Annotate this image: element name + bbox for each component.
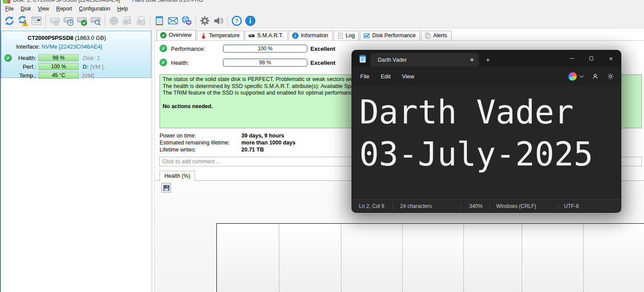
editor-line-2: 03-July-2025 bbox=[359, 133, 621, 175]
health-check-icon: ✓ bbox=[160, 59, 167, 66]
menu-disk[interactable]: Disk bbox=[17, 5, 34, 13]
information-icon[interactable] bbox=[244, 14, 257, 27]
performance-chart-icon bbox=[363, 32, 370, 39]
disk-temp-row: Temp.: 45 °C [VM] bbox=[1, 72, 151, 80]
notepad-statusbar: Ln 2, Col 9 24 characters 340% Windows (… bbox=[352, 199, 621, 212]
disk-perf-row: Perf.: 100 % D: [VM ], bbox=[1, 63, 151, 71]
new-tab-button[interactable]: + bbox=[479, 53, 497, 67]
chart-gridline bbox=[402, 224, 403, 292]
toolbar-separator bbox=[150, 15, 150, 26]
tab-temperature[interactable]: Temperature bbox=[197, 31, 244, 40]
svg-text:?: ? bbox=[235, 18, 238, 24]
disk-number-note: Disk: 1 bbox=[83, 55, 100, 61]
sidebar-splitter[interactable] bbox=[152, 29, 152, 292]
alerts-pages-icon bbox=[425, 32, 431, 39]
disk-disabled-icon[interactable] bbox=[48, 14, 62, 27]
disk-remove-disabled-icon[interactable] bbox=[121, 14, 134, 27]
chart-gridline bbox=[341, 224, 341, 292]
smart-drive-icon bbox=[248, 32, 255, 39]
save-chart-button[interactable] bbox=[161, 183, 171, 193]
zoom-level[interactable]: 340% bbox=[461, 203, 490, 210]
temp-label: Temp.: bbox=[19, 72, 36, 79]
tab-smart[interactable]: S.M.A.R.T. bbox=[245, 31, 288, 40]
tab-information[interactable]: Information bbox=[289, 31, 333, 40]
refresh-icon[interactable] bbox=[3, 14, 16, 27]
tab-alerts[interactable]: Alerts bbox=[421, 31, 452, 40]
unsaved-changes-dot bbox=[470, 58, 473, 61]
tab-log[interactable]: Log bbox=[334, 31, 359, 40]
disk-clock-icon[interactable] bbox=[62, 14, 75, 27]
settings-gear-icon[interactable] bbox=[198, 14, 212, 27]
hds-app-icon bbox=[3, 0, 10, 4]
perf-mini-bar: 100 % bbox=[38, 63, 79, 70]
notepad-tab-darth-vader[interactable]: Darth Vader bbox=[370, 53, 479, 67]
notepad-menu-file[interactable]: File bbox=[355, 70, 375, 82]
menu-report[interactable]: Report bbox=[53, 5, 76, 13]
mail-icon[interactable] bbox=[166, 14, 180, 27]
chart-gridline bbox=[279, 224, 279, 292]
notepad-menubar: File Edit View bbox=[352, 67, 621, 86]
menu-view[interactable]: View bbox=[35, 5, 53, 13]
info-circle-icon bbox=[292, 32, 299, 39]
notepad-menu-view[interactable]: View bbox=[396, 70, 420, 82]
desktop-screen: Disk: 1, CT2000P5PSSD8 [22423C046AE4]Har… bbox=[0, 0, 644, 292]
lifetime-writes-row: Lifetime writes:20.71 TB bbox=[160, 146, 296, 153]
network-sphere-disabled-icon[interactable] bbox=[107, 14, 121, 27]
disk-card-ct2000[interactable]: CT2000P5PSSD8 (1863.0 GB) Interface: NVM… bbox=[1, 31, 151, 78]
power-on-time-row: Power on time:39 days, 9 hours bbox=[160, 132, 296, 139]
network-pc-icon[interactable] bbox=[180, 14, 193, 27]
window-controls: × bbox=[562, 50, 621, 67]
sound-icon[interactable] bbox=[212, 14, 225, 27]
hds-titlebar[interactable]: Disk: 1, CT2000P5PSSD8 [22423C046AE4]Har… bbox=[1, 0, 644, 4]
refresh-warning-icon[interactable] bbox=[16, 14, 30, 27]
account-icon[interactable] bbox=[591, 72, 599, 81]
remaining-lifetime-row: Estimated remaining lifetime:more than 1… bbox=[160, 139, 296, 146]
notepad-text-area[interactable]: Darth Vader 03-July-2025 bbox=[352, 86, 621, 199]
disk-card-title: CT2000P5PSSD8 (1863.0 GB) bbox=[28, 35, 106, 41]
chevron-down-icon bbox=[580, 73, 584, 77]
line-ending-indicator[interactable]: Windows (CRLF) bbox=[490, 203, 559, 210]
cursor-position: Ln 2, Col 9 bbox=[352, 203, 393, 210]
drive-letter-note: D: [VM ], bbox=[83, 63, 105, 70]
chart-gridline bbox=[463, 224, 464, 292]
toolbar-separator bbox=[227, 15, 228, 26]
notepad-window: Darth Vader + × File Edit View Darth Vad… bbox=[352, 50, 621, 212]
overview-check-icon bbox=[160, 32, 167, 39]
health-rating: Excellent bbox=[310, 60, 335, 66]
menu-file[interactable]: File bbox=[2, 5, 17, 13]
volume-note: [VM] bbox=[83, 72, 94, 79]
character-count: 24 characters bbox=[393, 203, 461, 210]
minimize-button[interactable] bbox=[562, 50, 581, 67]
notepad-toolbar-right bbox=[568, 72, 615, 81]
health-chart-tab[interactable]: Health (%) bbox=[160, 171, 195, 181]
performance-label: Performance: bbox=[171, 46, 205, 52]
health-history-chart bbox=[216, 223, 644, 292]
report-window-icon[interactable] bbox=[30, 14, 43, 27]
tab-overview[interactable]: Overview bbox=[157, 30, 196, 40]
disk-insert-disabled-icon[interactable] bbox=[134, 14, 148, 27]
disk-accept-icon[interactable] bbox=[75, 14, 89, 27]
menu-help[interactable]: Help bbox=[114, 5, 132, 13]
health-gauge-label: Health: bbox=[171, 60, 189, 66]
disk-card-interface: Interface: NVMe [22423C046AE4] bbox=[16, 43, 102, 50]
notes-icon[interactable] bbox=[153, 14, 166, 27]
settings-icon[interactable] bbox=[606, 72, 615, 81]
encoding-indicator[interactable]: UTF-8 bbox=[559, 203, 621, 210]
toolbar-separator bbox=[104, 15, 105, 26]
disk-search-icon[interactable] bbox=[89, 14, 102, 27]
help-icon[interactable]: ? bbox=[230, 14, 244, 27]
performance-check-icon: ✓ bbox=[160, 45, 167, 52]
health-mini-bar: 98 % bbox=[38, 54, 79, 61]
toolbar-separator bbox=[45, 15, 46, 26]
editor-line-1: Darth Vader bbox=[359, 91, 621, 133]
close-button[interactable]: × bbox=[601, 50, 621, 67]
notepad-menu-edit[interactable]: Edit bbox=[375, 70, 396, 82]
toolbar-separator bbox=[195, 15, 196, 26]
menu-configuration[interactable]: Configuration bbox=[76, 5, 114, 13]
notepad-titlebar[interactable]: Darth Vader + × bbox=[352, 50, 621, 67]
copilot-button[interactable] bbox=[568, 72, 584, 81]
tabbar-baseline bbox=[155, 40, 644, 41]
tab-disk-performance[interactable]: Disk Performance bbox=[360, 31, 420, 40]
maximize-button[interactable] bbox=[581, 50, 601, 67]
chart-gridline bbox=[522, 224, 522, 292]
